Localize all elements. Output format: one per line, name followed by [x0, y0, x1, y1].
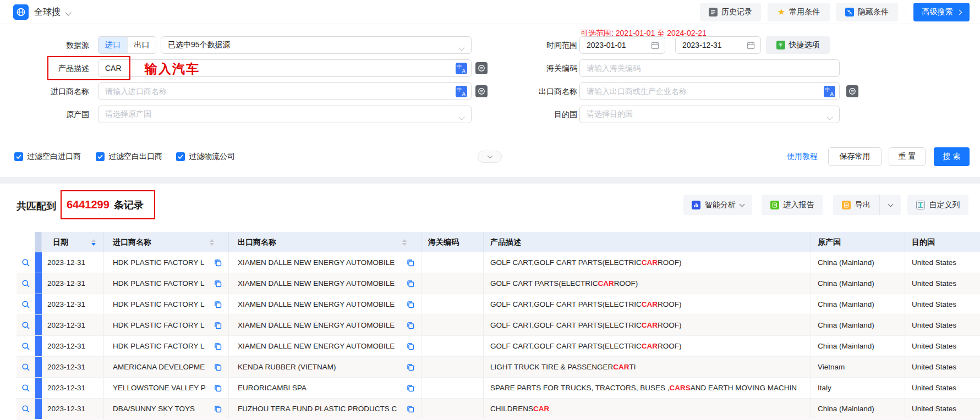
row-detail-search-icon[interactable]: [21, 321, 30, 330]
export-file-icon: [842, 201, 851, 209]
enter-report-label: 进入报告: [784, 200, 814, 210]
copy-icon[interactable]: [214, 342, 222, 350]
highlighted-keyword: CAR: [533, 405, 549, 413]
end-date-value: 2023-12-31: [682, 41, 722, 49]
copy-icon[interactable]: [214, 384, 222, 392]
header-dest-label: 目的国: [912, 237, 935, 247]
copy-icon[interactable]: [214, 259, 222, 267]
table-row: 2023-12-31 HDK PLASTIC FACTORY L XIAMEN …: [17, 294, 980, 315]
header-product: 产品描述: [484, 232, 811, 252]
highlighted-keyword: CARS: [670, 384, 691, 392]
cell-hs-code: [421, 273, 484, 294]
search-button[interactable]: 搜 索: [934, 147, 970, 166]
dest-country-select[interactable]: 请选择目的国: [579, 106, 840, 123]
copy-icon[interactable]: [214, 322, 222, 329]
exact-match-icon[interactable]: [475, 85, 488, 97]
copy-icon[interactable]: [407, 280, 414, 288]
highlighted-keyword: CAR: [642, 342, 658, 350]
hide-conditions-button[interactable]: 隐藏条件: [836, 3, 898, 21]
exact-match-icon[interactable]: [846, 85, 858, 97]
dest-country-label: 目的国: [499, 106, 577, 123]
annotation-box-count: 6441299 条记录: [61, 190, 155, 219]
history-button[interactable]: 历史记录: [700, 3, 761, 21]
favorites-button[interactable]: ★ 常用条件: [768, 3, 830, 21]
exporter-name: FUZHOU TERA FUND PLASTIC PRODUCTS C: [238, 405, 397, 413]
origin-country-select[interactable]: 请选择原产国: [98, 106, 472, 123]
importer-name: HDK PLASTIC FACTORY L: [113, 300, 205, 308]
header-origin-label: 原产国: [818, 237, 841, 247]
start-date-input[interactable]: 2023-01-01: [579, 36, 665, 54]
copy-icon[interactable]: [407, 384, 414, 392]
filter-blank-exporter-checkbox[interactable]: 过滤空白出口商: [96, 151, 162, 163]
header-stripe: [35, 232, 42, 252]
copy-icon[interactable]: [214, 363, 222, 371]
cell-importer: HDK PLASTIC FACTORY L: [104, 252, 229, 273]
copy-icon[interactable]: [407, 363, 414, 371]
copy-icon[interactable]: [214, 405, 222, 413]
header-exporter[interactable]: 出口商名称: [229, 232, 421, 252]
row-detail-search-icon[interactable]: [21, 363, 30, 372]
importer-name: YELLOWSTONE VALLEY P: [113, 384, 206, 392]
export-button[interactable]: 导出: [833, 195, 879, 215]
copy-icon[interactable]: [407, 301, 414, 308]
translate-icon[interactable]: 中A: [456, 86, 467, 97]
quick-options-icon: ✳: [776, 41, 785, 49]
importer-name: HDK PLASTIC FACTORY L: [113, 321, 205, 329]
cell-hs-code: [421, 315, 484, 335]
cell-product-desc: GOLF CART,GOLF CART PARTS(ELECTRIC CAR R…: [484, 336, 811, 356]
custom-columns-button[interactable]: 自定义列: [907, 195, 968, 215]
exporter-name: XIAMEN DALLE NEW ENERGY AUTOMOBILE: [238, 279, 395, 288]
export-options-button[interactable]: [879, 195, 901, 215]
product-desc-label: 产品描述: [19, 59, 89, 77]
cell-dest-country: United States: [905, 378, 980, 398]
save-common-button[interactable]: 保存常用: [828, 147, 882, 166]
export-split-button: 导出: [833, 195, 901, 215]
tutorial-link[interactable]: 使用教程: [787, 152, 818, 162]
report-clipboard-icon: [770, 201, 779, 209]
copy-icon[interactable]: [214, 301, 222, 308]
smart-analysis-button[interactable]: 智能分析: [683, 195, 752, 215]
enter-report-button[interactable]: 进入报告: [762, 195, 823, 215]
collapse-form-button[interactable]: [478, 151, 502, 163]
reset-button[interactable]: 重 置: [889, 147, 926, 166]
advanced-search-label: 高级搜索: [922, 7, 953, 17]
importer-name: HDK PLASTIC FACTORY L: [113, 258, 205, 267]
row-detail-search-icon[interactable]: [21, 300, 30, 309]
origin-country-placeholder: 请选择原产国: [98, 109, 151, 119]
advanced-search-button[interactable]: 高级搜索: [913, 3, 970, 21]
header-importer[interactable]: 进口商名称: [104, 232, 229, 252]
copy-icon[interactable]: [407, 322, 414, 329]
copy-icon[interactable]: [214, 280, 222, 288]
copy-icon[interactable]: [407, 405, 414, 413]
filter-logistics-checkbox[interactable]: 过滤物流公司: [176, 151, 235, 163]
row-detail-search-icon[interactable]: [21, 258, 30, 267]
tab-export[interactable]: 出口: [127, 37, 156, 53]
row-detail-search-icon[interactable]: [21, 279, 30, 288]
tab-import[interactable]: 进口: [98, 37, 127, 53]
end-date-input[interactable]: 2023-12-31: [675, 36, 761, 54]
row-detail-search-icon[interactable]: [21, 342, 30, 351]
header-date[interactable]: 日期: [42, 232, 104, 252]
quick-options-button[interactable]: ✳ 快捷选项: [766, 36, 830, 54]
row-detail-search-icon[interactable]: [21, 405, 30, 413]
copy-icon[interactable]: [407, 259, 414, 267]
header-hs-code: 海关编码: [421, 232, 484, 252]
importer-input[interactable]: [98, 83, 456, 100]
header-origin: 原产国: [811, 232, 905, 252]
cell-origin-country: China (Mainland): [811, 273, 905, 294]
translate-icon[interactable]: 中A: [456, 63, 467, 74]
cell-dest-country: United States: [905, 399, 980, 419]
app-switch-chevron-down-icon[interactable]: [65, 9, 71, 15]
hs-code-input[interactable]: [580, 60, 839, 76]
header-product-label: 产品描述: [490, 237, 521, 247]
highlighted-keyword: CAR: [642, 258, 658, 267]
chevron-down-icon: [740, 201, 745, 207]
filter-blank-importer-checkbox[interactable]: 过滤空白进口商: [14, 151, 81, 163]
exporter-name: KENDA RUBBER (VIETNAM): [238, 363, 336, 371]
exact-match-icon[interactable]: [475, 62, 488, 74]
row-detail-search-icon[interactable]: [21, 384, 30, 393]
exporter-input[interactable]: [580, 83, 824, 100]
translate-icon[interactable]: 中A: [824, 86, 835, 97]
data-source-select[interactable]: 已选中95个数据源: [161, 36, 472, 54]
copy-icon[interactable]: [407, 342, 414, 350]
